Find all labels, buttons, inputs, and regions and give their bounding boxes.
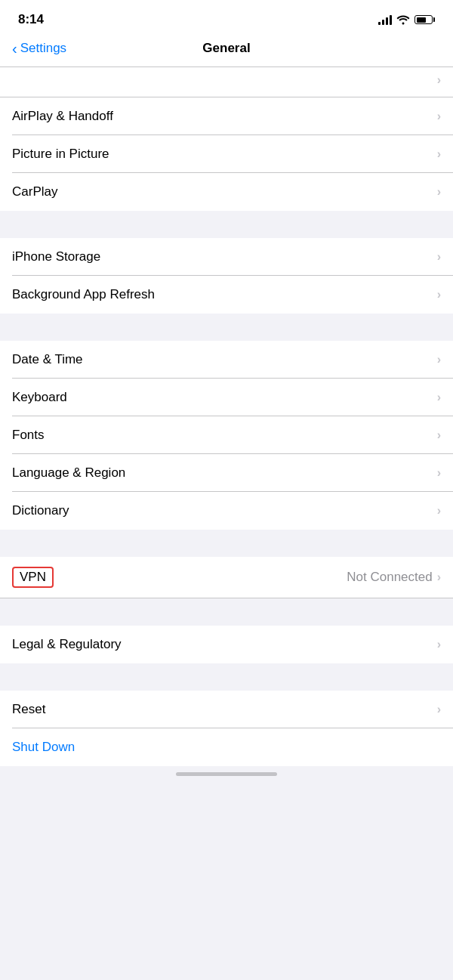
vpn-label: VPN <box>20 570 46 584</box>
wifi-icon <box>396 14 410 25</box>
pip-label: Picture in Picture <box>12 147 109 162</box>
storage-row[interactable]: iPhone Storage › <box>0 238 453 276</box>
chevron-icon: › <box>437 250 441 264</box>
dictionary-label: Dictionary <box>12 503 69 518</box>
datetime-label: Date & Time <box>12 352 83 367</box>
keyboard-label: Keyboard <box>12 390 67 405</box>
shutdown-label: Shut Down <box>12 740 75 755</box>
home-indicator <box>0 766 453 785</box>
legal-row[interactable]: Legal & Regulatory › <box>0 626 453 663</box>
reset-row[interactable]: Reset › <box>0 691 453 728</box>
back-chevron-icon: ‹ <box>12 41 17 56</box>
chevron-icon: › <box>437 466 441 480</box>
partial-top-row: › <box>0 67 453 97</box>
status-time: 8:14 <box>18 12 44 27</box>
legal-label: Legal & Regulatory <box>12 637 122 652</box>
datetime-row[interactable]: Date & Time › <box>0 341 453 379</box>
chevron-icon: › <box>437 570 441 584</box>
reset-label: Reset <box>12 702 45 717</box>
chevron-icon: › <box>437 147 441 161</box>
carplay-label: CarPlay <box>12 184 57 199</box>
section-divider <box>0 598 453 626</box>
dictionary-row[interactable]: Dictionary › <box>0 492 453 530</box>
section-group-1: › AirPlay & Handoff › Picture in Picture… <box>0 67 453 211</box>
page-title: General <box>202 41 250 56</box>
shutdown-row[interactable]: Shut Down <box>0 728 453 766</box>
section-divider <box>0 314 453 341</box>
pip-row[interactable]: Picture in Picture › <box>0 135 453 173</box>
signal-icon <box>378 14 392 25</box>
fonts-row[interactable]: Fonts › <box>0 416 453 454</box>
section-divider <box>0 663 453 691</box>
section-divider <box>0 530 453 557</box>
airplay-row[interactable]: AirPlay & Handoff › <box>0 97 453 135</box>
chevron-icon: › <box>437 428 441 442</box>
section-group-2: iPhone Storage › Background App Refresh … <box>0 238 453 314</box>
airplay-label: AirPlay & Handoff <box>12 109 113 124</box>
vpn-row[interactable]: VPN Not Connected › <box>0 557 453 598</box>
chevron-icon: › <box>437 110 441 123</box>
chevron-icon: › <box>437 353 441 366</box>
fonts-label: Fonts <box>12 428 45 443</box>
chevron-icon: › <box>437 288 441 301</box>
vpn-label-box: VPN <box>12 567 54 588</box>
chevron-icon: › <box>437 638 441 651</box>
bgrefresh-row[interactable]: Background App Refresh › <box>0 276 453 314</box>
chevron-icon: › <box>437 185 441 199</box>
back-button[interactable]: ‹ Settings <box>12 41 66 56</box>
bgrefresh-label: Background App Refresh <box>12 287 155 302</box>
chevron-icon: › <box>437 703 441 716</box>
battery-icon <box>414 15 435 24</box>
language-row[interactable]: Language & Region › <box>0 454 453 492</box>
vpn-status: Not Connected <box>347 570 432 585</box>
keyboard-row[interactable]: Keyboard › <box>0 379 453 416</box>
chevron-icon: › <box>437 391 441 404</box>
home-bar <box>176 772 277 776</box>
language-label: Language & Region <box>12 465 125 481</box>
status-icons <box>378 14 435 25</box>
carplay-row[interactable]: CarPlay › <box>0 173 453 211</box>
status-bar: 8:14 <box>0 0 453 33</box>
chevron-icon: › <box>437 504 441 518</box>
section-group-5: Reset › Shut Down <box>0 691 453 766</box>
chevron-icon: › <box>437 73 441 87</box>
storage-label: iPhone Storage <box>12 249 100 264</box>
back-label: Settings <box>20 41 66 56</box>
section-group-4: Legal & Regulatory › <box>0 626 453 663</box>
section-group-3: Date & Time › Keyboard › Fonts › Languag… <box>0 341 453 530</box>
section-divider <box>0 211 453 238</box>
navigation-header: ‹ Settings General <box>0 33 453 67</box>
